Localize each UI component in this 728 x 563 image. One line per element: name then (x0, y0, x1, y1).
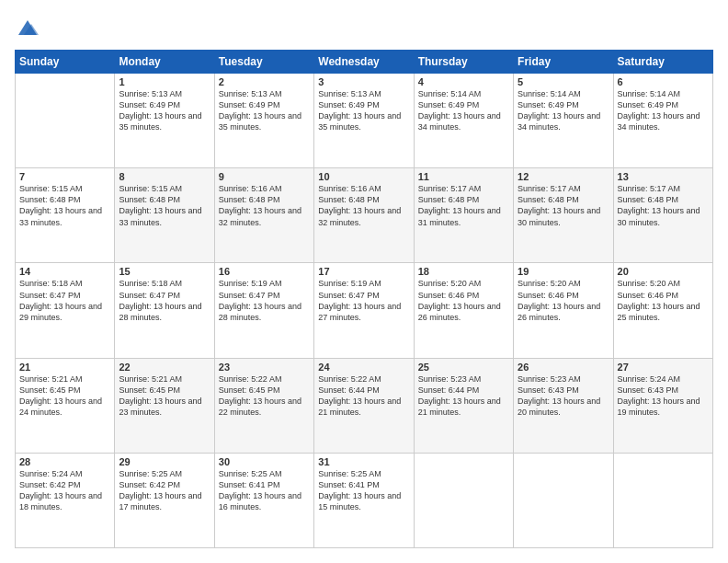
calendar-cell: 29Sunrise: 5:25 AMSunset: 6:42 PMDayligh… (115, 453, 214, 547)
calendar-cell: 24Sunrise: 5:22 AMSunset: 6:44 PMDayligh… (314, 358, 414, 453)
day-info: Sunrise: 5:24 AMSunset: 6:43 PMDaylight:… (618, 373, 709, 419)
day-number: 25 (418, 362, 509, 373)
day-info: Sunrise: 5:13 AMSunset: 6:49 PMDaylight:… (318, 88, 409, 133)
day-number: 18 (418, 266, 509, 277)
day-info: Sunrise: 5:20 AMSunset: 6:46 PMDaylight:… (618, 278, 709, 323)
calendar-week-row: 28Sunrise: 5:24 AMSunset: 6:42 PMDayligh… (16, 453, 713, 547)
day-info: Sunrise: 5:17 AMSunset: 6:48 PMDaylight:… (618, 183, 709, 228)
calendar-cell: 7Sunrise: 5:15 AMSunset: 6:48 PMDaylight… (16, 168, 115, 263)
day-info: Sunrise: 5:22 AMSunset: 6:44 PMDaylight:… (318, 373, 409, 419)
calendar-week-row: 7Sunrise: 5:15 AMSunset: 6:48 PMDaylight… (16, 168, 713, 263)
calendar-cell: 12Sunrise: 5:17 AMSunset: 6:48 PMDayligh… (514, 168, 613, 263)
day-info: Sunrise: 5:15 AMSunset: 6:48 PMDaylight:… (19, 183, 110, 228)
calendar-week-row: 1Sunrise: 5:13 AMSunset: 6:49 PMDaylight… (16, 74, 713, 168)
calendar-cell: 28Sunrise: 5:24 AMSunset: 6:42 PMDayligh… (16, 453, 115, 547)
day-number: 22 (119, 362, 210, 373)
calendar-cell: 15Sunrise: 5:18 AMSunset: 6:47 PMDayligh… (115, 263, 214, 358)
calendar-cell: 21Sunrise: 5:21 AMSunset: 6:45 PMDayligh… (16, 358, 115, 453)
calendar-cell: 31Sunrise: 5:25 AMSunset: 6:41 PMDayligh… (314, 453, 414, 547)
day-info: Sunrise: 5:23 AMSunset: 6:44 PMDaylight:… (418, 373, 509, 419)
day-number: 2 (219, 76, 310, 87)
calendar-cell (613, 453, 712, 547)
calendar-cell: 8Sunrise: 5:15 AMSunset: 6:48 PMDaylight… (115, 168, 214, 263)
weekday-header-sunday: Sunday (16, 51, 115, 74)
day-number: 21 (19, 362, 110, 373)
calendar-cell: 2Sunrise: 5:13 AMSunset: 6:49 PMDaylight… (214, 74, 313, 168)
weekday-header-thursday: Thursday (414, 51, 513, 74)
weekday-header-monday: Monday (115, 51, 214, 74)
calendar-cell: 13Sunrise: 5:17 AMSunset: 6:48 PMDayligh… (613, 168, 712, 263)
day-number: 5 (518, 76, 609, 87)
day-number: 13 (618, 171, 709, 182)
day-number: 12 (518, 171, 609, 182)
calendar-cell: 27Sunrise: 5:24 AMSunset: 6:43 PMDayligh… (613, 358, 712, 453)
day-number: 19 (518, 266, 609, 277)
day-info: Sunrise: 5:21 AMSunset: 6:45 PMDaylight:… (19, 373, 110, 419)
day-number: 15 (119, 266, 210, 277)
calendar-cell: 23Sunrise: 5:22 AMSunset: 6:45 PMDayligh… (214, 358, 313, 453)
day-number: 16 (219, 266, 310, 277)
day-number: 31 (318, 456, 409, 467)
day-info: Sunrise: 5:17 AMSunset: 6:48 PMDaylight:… (418, 183, 509, 228)
calendar-cell: 14Sunrise: 5:18 AMSunset: 6:47 PMDayligh… (16, 263, 115, 358)
day-number: 11 (418, 171, 509, 182)
logo (15, 15, 44, 40)
day-number: 4 (418, 76, 509, 87)
weekday-header-saturday: Saturday (613, 51, 712, 74)
day-info: Sunrise: 5:19 AMSunset: 6:47 PMDaylight:… (219, 278, 310, 323)
day-info: Sunrise: 5:19 AMSunset: 6:47 PMDaylight:… (318, 278, 409, 323)
page: SundayMondayTuesdayWednesdayThursdayFrid… (0, 0, 728, 563)
day-number: 10 (318, 171, 409, 182)
day-number: 8 (119, 171, 210, 182)
calendar-cell: 1Sunrise: 5:13 AMSunset: 6:49 PMDaylight… (115, 74, 214, 168)
logo-icon (15, 15, 40, 40)
day-number: 23 (219, 362, 310, 373)
day-number: 28 (19, 456, 110, 467)
day-info: Sunrise: 5:20 AMSunset: 6:46 PMDaylight:… (418, 278, 509, 323)
calendar-cell: 16Sunrise: 5:19 AMSunset: 6:47 PMDayligh… (214, 263, 313, 358)
calendar-cell: 3Sunrise: 5:13 AMSunset: 6:49 PMDaylight… (314, 74, 414, 168)
calendar-cell (16, 74, 115, 168)
day-info: Sunrise: 5:25 AMSunset: 6:41 PMDaylight:… (318, 468, 409, 513)
day-number: 26 (518, 362, 609, 373)
day-info: Sunrise: 5:17 AMSunset: 6:48 PMDaylight:… (518, 183, 609, 228)
calendar-cell: 6Sunrise: 5:14 AMSunset: 6:49 PMDaylight… (613, 74, 712, 168)
day-info: Sunrise: 5:22 AMSunset: 6:45 PMDaylight:… (219, 373, 310, 419)
day-info: Sunrise: 5:20 AMSunset: 6:46 PMDaylight:… (518, 278, 609, 323)
calendar-week-row: 14Sunrise: 5:18 AMSunset: 6:47 PMDayligh… (16, 263, 713, 358)
calendar-table: SundayMondayTuesdayWednesdayThursdayFrid… (15, 50, 713, 548)
day-info: Sunrise: 5:14 AMSunset: 6:49 PMDaylight:… (418, 88, 509, 133)
calendar-cell: 30Sunrise: 5:25 AMSunset: 6:41 PMDayligh… (214, 453, 313, 547)
header (15, 15, 713, 40)
day-info: Sunrise: 5:18 AMSunset: 6:47 PMDaylight:… (19, 278, 110, 323)
calendar-cell: 11Sunrise: 5:17 AMSunset: 6:48 PMDayligh… (414, 168, 513, 263)
day-info: Sunrise: 5:18 AMSunset: 6:47 PMDaylight:… (119, 278, 210, 323)
day-number: 6 (618, 76, 709, 87)
day-number: 7 (19, 171, 110, 182)
calendar-cell: 25Sunrise: 5:23 AMSunset: 6:44 PMDayligh… (414, 358, 513, 453)
day-info: Sunrise: 5:24 AMSunset: 6:42 PMDaylight:… (19, 468, 110, 513)
day-info: Sunrise: 5:25 AMSunset: 6:41 PMDaylight:… (219, 468, 310, 513)
day-info: Sunrise: 5:13 AMSunset: 6:49 PMDaylight:… (219, 88, 310, 133)
day-number: 14 (19, 266, 110, 277)
calendar-cell: 18Sunrise: 5:20 AMSunset: 6:46 PMDayligh… (414, 263, 513, 358)
weekday-header-wednesday: Wednesday (314, 51, 414, 74)
day-number: 30 (219, 456, 310, 467)
calendar-week-row: 21Sunrise: 5:21 AMSunset: 6:45 PMDayligh… (16, 358, 713, 453)
weekday-header-friday: Friday (514, 51, 613, 74)
calendar-cell: 17Sunrise: 5:19 AMSunset: 6:47 PMDayligh… (314, 263, 414, 358)
calendar-cell: 20Sunrise: 5:20 AMSunset: 6:46 PMDayligh… (613, 263, 712, 358)
day-number: 27 (618, 362, 709, 373)
day-info: Sunrise: 5:14 AMSunset: 6:49 PMDaylight:… (618, 88, 709, 133)
calendar-cell: 10Sunrise: 5:16 AMSunset: 6:48 PMDayligh… (314, 168, 414, 263)
day-info: Sunrise: 5:14 AMSunset: 6:49 PMDaylight:… (518, 88, 609, 133)
calendar-cell (514, 453, 613, 547)
day-number: 1 (119, 76, 210, 87)
calendar-cell: 22Sunrise: 5:21 AMSunset: 6:45 PMDayligh… (115, 358, 214, 453)
weekday-header-row: SundayMondayTuesdayWednesdayThursdayFrid… (16, 51, 713, 74)
day-number: 9 (219, 171, 310, 182)
day-info: Sunrise: 5:16 AMSunset: 6:48 PMDaylight:… (219, 183, 310, 228)
calendar-cell: 9Sunrise: 5:16 AMSunset: 6:48 PMDaylight… (214, 168, 313, 263)
calendar-cell: 4Sunrise: 5:14 AMSunset: 6:49 PMDaylight… (414, 74, 513, 168)
day-info: Sunrise: 5:25 AMSunset: 6:42 PMDaylight:… (119, 468, 210, 513)
